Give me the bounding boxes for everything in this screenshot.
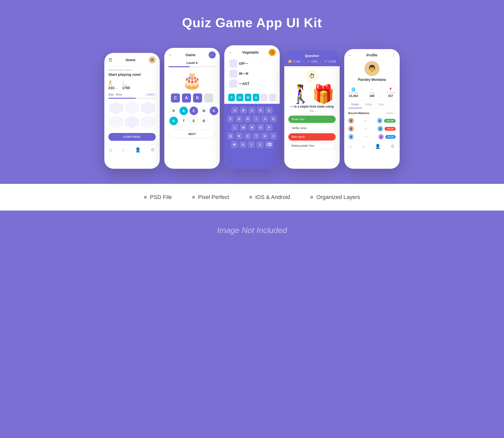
back-icon-3[interactable]: ←	[228, 50, 232, 55]
more-options-icon[interactable]: ⋮	[392, 53, 396, 57]
stats-row: 🏆 Rank 210 /so ☆ Points 1700	[104, 79, 160, 91]
key-c[interactable]: C	[248, 107, 256, 114]
current-answer-row: T O M A	[224, 92, 280, 104]
key-a[interactable]: A	[231, 107, 238, 114]
coin-stat: 🪙 17,500	[288, 60, 301, 63]
delete-key[interactable]: ⌫	[265, 141, 273, 148]
answer-baking-powder[interactable]: Baking powder, flour	[288, 142, 336, 149]
key-m[interactable]: M	[240, 124, 247, 131]
scramble-a1[interactable]: A	[179, 107, 188, 115]
match-avatar-2a: 👤	[348, 126, 354, 131]
key-d[interactable]: D	[257, 107, 264, 114]
tile-empty-2	[269, 94, 276, 101]
key-y[interactable]: Y	[248, 141, 255, 148]
scramble-k[interactable]: K	[210, 107, 218, 115]
question-content: ⏱ 🚶‍♀️🎁 — is a staple food made using —.…	[284, 66, 340, 153]
key-f[interactable]: F	[227, 115, 234, 122]
feature-dot-layers	[310, 196, 313, 199]
question-text: — is a staple food made using —.	[288, 105, 336, 113]
word-tile-2	[229, 70, 237, 78]
key-b[interactable]: B	[240, 107, 247, 114]
key-i[interactable]: I	[253, 115, 260, 122]
scramble-a2[interactable]: A	[169, 117, 178, 125]
footer: Image Not Included	[0, 211, 504, 250]
scramble-t[interactable]: T	[179, 117, 188, 125]
tile-o: O	[236, 94, 243, 101]
profile-avatar: 👨	[364, 61, 380, 76]
welcome-text: Welcome Back, Dianne	[104, 66, 160, 72]
tab-badge[interactable]: Badge	[362, 101, 375, 108]
letter-a: A	[182, 93, 191, 103]
scramble-r[interactable]: R	[169, 107, 178, 115]
key-x[interactable]: X	[239, 141, 246, 148]
match-score-2: -100 QP	[385, 127, 396, 131]
profile-nav-5[interactable]: 👤	[375, 144, 381, 149]
home-nav-icon[interactable]: ⌂	[109, 147, 112, 153]
key-r[interactable]: R	[236, 132, 243, 140]
key-w[interactable]: W	[231, 141, 238, 148]
home-nav-5[interactable]: ⌂	[349, 144, 352, 149]
level-label: Level 4	[164, 60, 220, 66]
question-title: Question	[288, 54, 336, 58]
star-stat: ☆ 13/20	[307, 60, 317, 63]
scramble-c[interactable]: C	[190, 107, 198, 115]
scramble-m[interactable]: M	[200, 107, 208, 115]
world-rank-stat: 🌐 World Rank #2,453	[344, 86, 363, 99]
match-avatar-1a: 👤	[348, 118, 354, 123]
key-l[interactable]: L	[231, 124, 238, 131]
answer-vanilla-syrup[interactable]: Vanilla, syrup	[288, 124, 336, 132]
local-rank-value: #37	[383, 94, 398, 98]
profile-nav-icon[interactable]: 👤	[135, 147, 141, 153]
match-avatar-1b: 👤	[377, 118, 383, 123]
key-h[interactable]: H	[244, 115, 251, 122]
word-area: GIF— W—N —AST	[224, 58, 280, 92]
key-p[interactable]: P	[266, 124, 273, 131]
key-g[interactable]: G	[236, 115, 243, 122]
score2-value: 17,500	[328, 60, 336, 63]
phone2-title: Game	[186, 53, 196, 57]
back-icon[interactable]: ←	[168, 53, 172, 57]
answer-bake-starch[interactable]: Bake starch	[288, 133, 336, 141]
tab-stats[interactable]: Stats	[375, 101, 387, 108]
match-score-3: +60 QP	[385, 135, 396, 139]
search-nav-5[interactable]: ⌕	[362, 144, 365, 149]
key-t[interactable]: T	[253, 132, 260, 140]
menu-icon[interactable]: ☰	[108, 57, 112, 63]
kb-row-5: W X Y Z ⌫	[227, 141, 277, 148]
settings-nav-icon[interactable]: ⚙	[151, 147, 155, 153]
key-s[interactable]: S	[244, 132, 251, 140]
page-header: Quiz Game App UI Kit	[0, 0, 504, 40]
bottom-nav: ⌂ ⌕ 👤 ⚙	[104, 144, 160, 156]
question-stats: 🪙 17,500 | ☆ 13/20 | 🛡 17,500	[288, 60, 336, 63]
key-j[interactable]: J	[261, 115, 268, 122]
key-q[interactable]: Q	[227, 132, 234, 140]
back-icon-5[interactable]: ←	[348, 53, 352, 57]
local-rank-label: Local Rank	[383, 92, 398, 94]
word-row-3: —AST	[229, 80, 275, 88]
key-e[interactable]: E	[266, 107, 273, 114]
phone-profile: ← Profile ⋮ 👨 Parsley Montana 🌐 World Ra…	[344, 49, 400, 169]
search-nav-icon[interactable]: ⌕	[122, 147, 125, 153]
weekly-filter[interactable]: Weekly ∨	[386, 112, 396, 114]
key-v[interactable]: V	[270, 132, 277, 140]
hex-4	[109, 116, 123, 128]
scramble-e[interactable]: E	[190, 117, 198, 125]
stars-value: 13/20	[311, 60, 317, 63]
sound-button[interactable]: 🔊	[209, 51, 216, 58]
next-button[interactable]: NEXT	[168, 130, 216, 138]
tab-details[interactable]: Details	[348, 101, 362, 108]
key-u[interactable]: U	[261, 132, 268, 140]
key-k[interactable]: K	[270, 115, 277, 122]
continue-button[interactable]: CONTINUE	[108, 133, 156, 141]
match-row-3: 👤 VS 👤 +60 QP	[344, 133, 400, 141]
answer-bread-flour[interactable]: Bread, flour	[288, 116, 336, 123]
key-n[interactable]: N	[248, 124, 256, 131]
location-icon: 📍	[383, 87, 398, 91]
hex-1	[109, 102, 123, 114]
tile-a: A	[253, 94, 259, 101]
key-z[interactable]: Z	[257, 141, 264, 148]
key-o[interactable]: O	[257, 124, 264, 131]
scramble-b[interactable]: B	[200, 117, 208, 125]
settings-nav-5[interactable]: ⚙	[391, 144, 395, 149]
recent-matches-title: Recent Matches	[348, 112, 369, 115]
